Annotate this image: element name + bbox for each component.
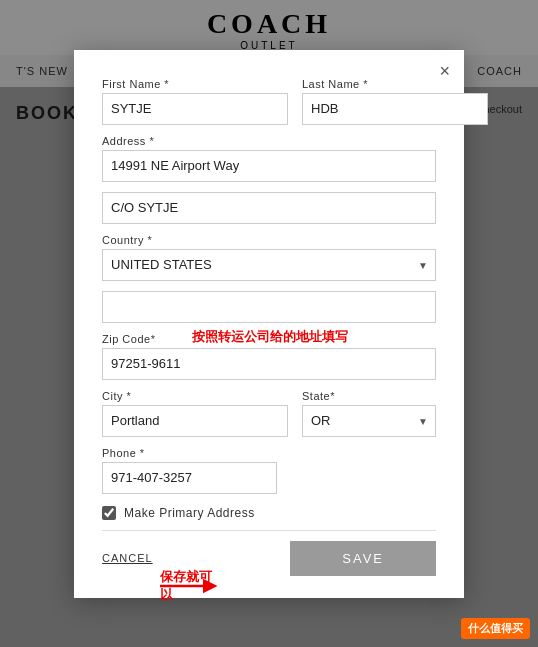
phone-input[interactable] <box>102 462 277 494</box>
first-name-input[interactable] <box>102 93 288 125</box>
first-name-label: First Name * <box>102 78 288 90</box>
country-group: Country * UNITED STATES ▼ <box>102 234 436 281</box>
country-select[interactable]: UNITED STATES <box>102 249 436 281</box>
address-group: Address * <box>102 135 436 182</box>
city-label: City * <box>102 390 288 402</box>
save-annotation-wrapper: 保存就可以 <box>160 572 220 600</box>
modal-footer: CANCEL SAVE <box>102 541 436 576</box>
phone-label: Phone * <box>102 447 436 459</box>
country-select-wrapper: UNITED STATES ▼ <box>102 249 436 281</box>
address-row: Address * <box>102 135 436 182</box>
primary-address-label: Make Primary Address <box>124 506 255 520</box>
state-select-wrapper: OR ▼ <box>302 405 436 437</box>
phone-group: Phone * <box>102 447 436 494</box>
name-row: First Name * Last Name * <box>102 78 436 125</box>
country-label: Country * <box>102 234 436 246</box>
city-group: City * <box>102 390 288 437</box>
address-modal: × First Name * Last Name * Address * <box>74 50 464 598</box>
extra-group <box>102 291 436 323</box>
cancel-button[interactable]: CANCEL <box>102 552 153 564</box>
address-label: Address * <box>102 135 436 147</box>
state-label: State* <box>302 390 436 402</box>
last-name-input[interactable] <box>302 93 488 125</box>
close-button[interactable]: × <box>439 62 450 80</box>
city-state-row: City * State* OR ▼ <box>102 390 436 437</box>
zip-input[interactable] <box>102 348 436 380</box>
primary-address-checkbox[interactable] <box>102 506 116 520</box>
zip-annotation: 按照转运公司给的地址填写 <box>192 328 348 346</box>
save-annotation-text: 保存就可以 <box>160 568 220 604</box>
state-group: State* OR ▼ <box>302 390 436 437</box>
city-input[interactable] <box>102 405 288 437</box>
last-name-label: Last Name * <box>302 78 488 90</box>
address2-input[interactable] <box>102 192 436 224</box>
extra-input[interactable] <box>102 291 436 323</box>
watermark: 什么值得买 <box>461 618 530 639</box>
divider <box>102 530 436 531</box>
country-row: Country * UNITED STATES ▼ <box>102 234 436 281</box>
extra-row <box>102 291 436 323</box>
state-select[interactable]: OR <box>302 405 436 437</box>
address2-row <box>102 192 436 224</box>
phone-row: Phone * <box>102 447 436 494</box>
last-name-group: Last Name * <box>302 78 488 125</box>
address-input[interactable] <box>102 150 436 182</box>
modal-overlay: × First Name * Last Name * Address * <box>0 0 538 647</box>
first-name-group: First Name * <box>102 78 288 125</box>
address2-group <box>102 192 436 224</box>
save-button[interactable]: SAVE <box>290 541 436 576</box>
primary-address-row: Make Primary Address <box>102 506 436 520</box>
